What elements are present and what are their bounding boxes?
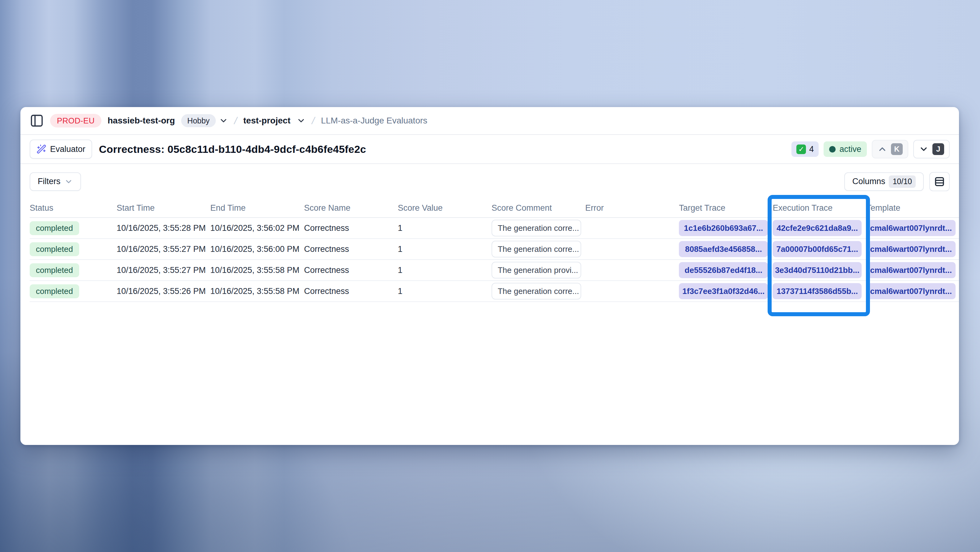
column-header-end-time: End Time xyxy=(210,199,304,217)
execution-trace-chip[interactable]: 7a00007b00fd65c71... xyxy=(773,241,862,257)
column-header-score-value: Score Value xyxy=(398,199,492,217)
column-header-execution-trace: Execution Trace xyxy=(773,199,866,217)
project-switcher-chevron-down-icon[interactable] xyxy=(296,116,306,125)
score-comment-chip[interactable]: The generation corre... xyxy=(492,283,581,300)
row-height-button[interactable] xyxy=(929,172,950,191)
score-value-cell: 1 xyxy=(398,260,492,281)
results-table: Status Start Time End Time Score Name Sc… xyxy=(30,199,959,302)
chevron-down-icon[interactable] xyxy=(219,116,228,125)
template-chip[interactable]: cmal6wart007lynrdt... xyxy=(867,241,956,257)
execution-trace-chip[interactable]: 3e3d40d75110d21bb... xyxy=(773,262,862,278)
status-chip: completed xyxy=(30,263,79,277)
score-comment-chip[interactable]: The generation corre... xyxy=(492,220,581,236)
score-value-cell: 1 xyxy=(398,217,492,239)
status-dot-icon xyxy=(829,146,836,153)
env-badge: PROD-EU xyxy=(50,114,102,128)
target-trace-chip[interactable]: 8085aefd3e456858... xyxy=(679,241,768,257)
evaluator-type-label: Evaluator xyxy=(50,145,85,154)
columns-label: Columns xyxy=(852,177,885,186)
table-row[interactable]: completed 10/16/2025, 3:55:28 PM 10/16/2… xyxy=(30,217,959,239)
column-header-target-trace: Target Trace xyxy=(679,199,773,217)
start-time-cell: 10/16/2025, 3:55:26 PM xyxy=(116,281,210,302)
column-header-status: Status xyxy=(30,199,116,217)
next-run-button[interactable]: J xyxy=(913,140,950,158)
end-time-cell: 10/16/2025, 3:56:02 PM xyxy=(210,217,304,239)
page-background: { "breadcrumb": { "env_badge": "PROD-EU"… xyxy=(0,0,980,552)
target-trace-chip[interactable]: 1f3c7ee3f1a0f32d46... xyxy=(679,283,768,299)
end-time-cell: 10/16/2025, 3:55:58 PM xyxy=(210,260,304,281)
column-header-template: Template xyxy=(867,199,959,217)
table-header-row: Status Start Time End Time Score Name Sc… xyxy=(30,199,959,217)
org-switcher[interactable]: Hobby xyxy=(181,114,228,127)
keycap-k: K xyxy=(891,143,903,155)
end-time-cell: 10/16/2025, 3:55:58 PM xyxy=(210,281,304,302)
error-cell xyxy=(585,260,679,281)
score-value-cell: 1 xyxy=(398,281,492,302)
start-time-cell: 10/16/2025, 3:55:27 PM xyxy=(116,260,210,281)
success-count: 4 xyxy=(809,145,814,154)
plan-badge: Hobby xyxy=(181,114,216,127)
rows-icon xyxy=(934,176,945,188)
column-header-error: Error xyxy=(585,199,679,217)
breadcrumb-project[interactable]: test-project xyxy=(243,116,290,126)
breadcrumb-page: LLM-as-a-Judge Evaluators xyxy=(321,116,427,126)
columns-button[interactable]: Columns 10/10 xyxy=(844,172,924,191)
keycap-j: J xyxy=(932,143,944,155)
evaluator-type-badge: Evaluator xyxy=(30,140,92,159)
score-name-cell: Correctness xyxy=(304,217,398,239)
score-name-cell: Correctness xyxy=(304,260,398,281)
error-cell xyxy=(585,239,679,260)
start-time-cell: 10/16/2025, 3:55:28 PM xyxy=(116,217,210,239)
status-badge: active xyxy=(824,141,867,157)
evaluator-header: Evaluator Correctness: 05c8c11d-b110-4db… xyxy=(21,135,959,164)
execution-trace-chip[interactable]: 42cfe2e9c621da8a9... xyxy=(773,220,862,236)
results-table-wrapper: Status Start Time End Time Score Name Sc… xyxy=(30,199,959,302)
filters-label: Filters xyxy=(38,177,60,186)
chevron-up-icon xyxy=(877,144,887,154)
success-count-badge[interactable]: ✓ 4 xyxy=(791,141,819,157)
table-row[interactable]: completed 10/16/2025, 3:55:27 PM 10/16/2… xyxy=(30,239,959,260)
prev-run-button[interactable]: K xyxy=(872,140,908,158)
check-icon: ✓ xyxy=(796,145,806,154)
score-comment-chip[interactable]: The generation corre... xyxy=(492,241,581,257)
target-trace-chip[interactable]: 1c1e6b260b693a67... xyxy=(679,220,768,236)
start-time-cell: 10/16/2025, 3:55:27 PM xyxy=(116,239,210,260)
target-trace-chip[interactable]: de55526b87ed4f18... xyxy=(679,262,768,278)
status-chip: completed xyxy=(30,221,79,235)
status-label: active xyxy=(839,145,861,154)
page-title: Correctness: 05c8c11d-b110-4db4-9dcf-c4b… xyxy=(99,143,366,155)
error-cell xyxy=(585,281,679,302)
score-name-cell: Correctness xyxy=(304,239,398,260)
breadcrumb: PROD-EU hassieb-test-org Hobby / test-pr… xyxy=(21,107,959,135)
end-time-cell: 10/16/2025, 3:56:00 PM xyxy=(210,239,304,260)
table-row[interactable]: completed 10/16/2025, 3:55:27 PM 10/16/2… xyxy=(30,260,959,281)
table-row[interactable]: completed 10/16/2025, 3:55:26 PM 10/16/2… xyxy=(30,281,959,302)
chevron-down-icon xyxy=(919,144,929,154)
filters-button[interactable]: Filters xyxy=(30,172,81,191)
table-toolbar: Filters Columns 10/10 xyxy=(21,164,959,199)
score-comment-chip[interactable]: The generation provi... xyxy=(492,262,581,279)
template-chip[interactable]: cmal6wart007lynrdt... xyxy=(867,220,956,236)
sidebar-toggle-button[interactable] xyxy=(30,113,44,128)
status-chip: completed xyxy=(30,284,79,298)
score-name-cell: Correctness xyxy=(304,281,398,302)
score-value-cell: 1 xyxy=(398,239,492,260)
template-chip[interactable]: cmal6wart007lynrdt... xyxy=(867,262,956,278)
breadcrumb-org[interactable]: hassieb-test-org xyxy=(108,116,175,126)
breadcrumb-separator: / xyxy=(233,115,239,126)
panel-left-icon xyxy=(30,113,44,128)
column-header-score-name: Score Name xyxy=(304,199,398,217)
breadcrumb-separator: / xyxy=(311,115,316,126)
execution-trace-chip[interactable]: 13737114f3586d55b... xyxy=(773,283,862,299)
chevron-down-icon xyxy=(64,177,73,186)
error-cell xyxy=(585,217,679,239)
wand-sparkles-icon xyxy=(37,144,46,154)
column-header-start-time: Start Time xyxy=(116,199,210,217)
app-window: PROD-EU hassieb-test-org Hobby / test-pr… xyxy=(21,107,959,445)
template-chip[interactable]: cmal6wart007lynrdt... xyxy=(867,283,956,299)
columns-count-badge: 10/10 xyxy=(889,175,916,188)
column-header-score-comment: Score Comment xyxy=(492,199,585,217)
status-chip: completed xyxy=(30,242,79,256)
